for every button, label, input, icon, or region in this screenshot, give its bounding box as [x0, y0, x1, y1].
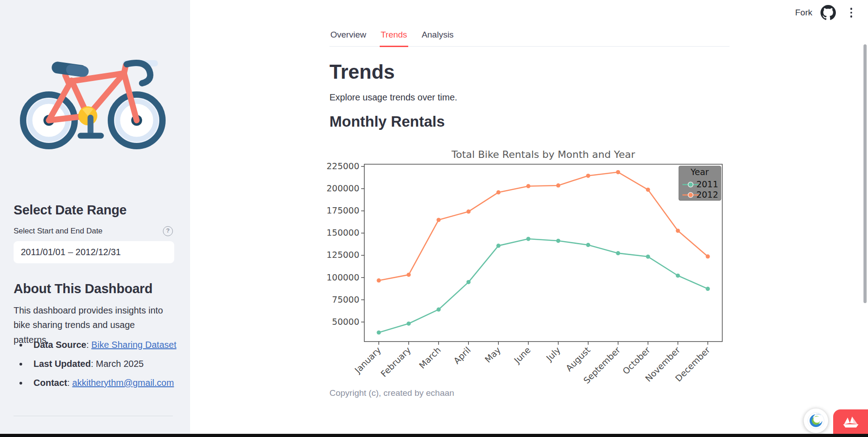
help-icon[interactable]: ? — [163, 226, 173, 236]
monthly-rentals-chart: Total Bike Rentals by Month and Year5000… — [317, 147, 733, 389]
section-title: Monthly Rentals — [329, 113, 445, 130]
about-bullet-list: Data Source: Bike Sharing DatasetLast Up… — [14, 338, 193, 395]
github-icon[interactable] — [820, 5, 836, 20]
chart-legend: Year20112012 — [679, 166, 721, 200]
svg-text:August: August — [564, 345, 592, 373]
link-contact[interactable]: akkitherythm@gmail.com — [72, 378, 174, 388]
bicycle-icon — [12, 40, 176, 159]
svg-text:100000: 100000 — [326, 272, 359, 282]
svg-text:200000: 200000 — [326, 183, 359, 193]
paper-boat-icon — [843, 416, 859, 428]
about-title: About This Dashboard — [14, 281, 153, 296]
sidebar-divider — [14, 416, 173, 416]
svg-text:January: January — [353, 345, 383, 375]
swirl-logo-icon — [807, 412, 825, 430]
copyright-note: Copyright (c), created by echaan — [329, 388, 454, 398]
date-input-label: Select Start and End Date — [14, 227, 103, 236]
tab-bar: OverviewTrendsAnalysis — [329, 28, 730, 47]
badge-button[interactable] — [833, 409, 868, 435]
window-bottom-edge — [0, 434, 868, 437]
svg-text:April: April — [452, 345, 472, 366]
bullet-value: March 2025 — [96, 359, 144, 369]
tab-analysis[interactable]: Analysis — [421, 28, 455, 46]
date-range-input[interactable]: 2011/01/01 – 2012/12/31 — [14, 241, 174, 263]
bullet-label: Last Updated — [33, 359, 91, 369]
about-bullet: Last Updated: March 2025 — [28, 357, 193, 370]
bullet-label: Data Source — [33, 340, 86, 350]
svg-text:125000: 125000 — [326, 250, 359, 260]
overflow-menu-icon[interactable] — [844, 6, 858, 19]
line-chart: Total Bike Rentals by Month and Year5000… — [317, 147, 733, 389]
about-bullet: Contact: akkitherythm@gmail.com — [28, 376, 193, 390]
svg-text:2011: 2011 — [696, 179, 718, 189]
plot-area — [364, 164, 722, 342]
svg-text:150000: 150000 — [326, 228, 359, 238]
page-subtitle: Explore usage trends over time. — [329, 92, 457, 103]
tab-trends[interactable]: Trends — [380, 28, 408, 47]
x-axis: JanuaryFebruaryMarchAprilMayJuneJulyAugu… — [353, 342, 712, 385]
fork-button[interactable]: Fork — [795, 8, 812, 18]
svg-text:July: July — [544, 345, 562, 363]
tab-overview[interactable]: Overview — [329, 28, 367, 46]
svg-text:Year: Year — [690, 167, 709, 177]
bullet-label: Contact — [33, 378, 67, 388]
bike-logo — [12, 40, 176, 159]
about-bullet: Data Source: Bike Sharing Dataset — [28, 338, 193, 352]
link-data-source[interactable]: Bike Sharing Dataset — [91, 340, 176, 350]
svg-text:March: March — [417, 345, 443, 370]
svg-text:February: February — [379, 345, 413, 379]
svg-text:May: May — [483, 345, 502, 364]
y-axis: 5000075000100000125000150000175000200000… — [326, 161, 364, 327]
browser-extension-button[interactable] — [804, 408, 828, 433]
page-title: Trends — [329, 61, 395, 83]
svg-text:225000: 225000 — [326, 161, 359, 171]
svg-text:175000: 175000 — [326, 205, 359, 215]
svg-text:50000: 50000 — [332, 317, 359, 327]
vertical-scrollbar[interactable] — [863, 44, 867, 303]
sidebar: Select Date Range Select Start and End D… — [0, 0, 190, 437]
date-range-title: Select Date Range — [14, 203, 127, 218]
svg-text:October: October — [620, 345, 652, 376]
svg-text:June: June — [512, 345, 533, 366]
handlebar — [127, 63, 150, 83]
seat — [51, 61, 90, 78]
svg-text:75000: 75000 — [332, 294, 359, 304]
chart-title: Total Bike Rentals by Month and Year — [451, 149, 635, 160]
app-window: Select Date Range Select Start and End D… — [0, 0, 868, 437]
svg-text:2012: 2012 — [696, 190, 718, 200]
